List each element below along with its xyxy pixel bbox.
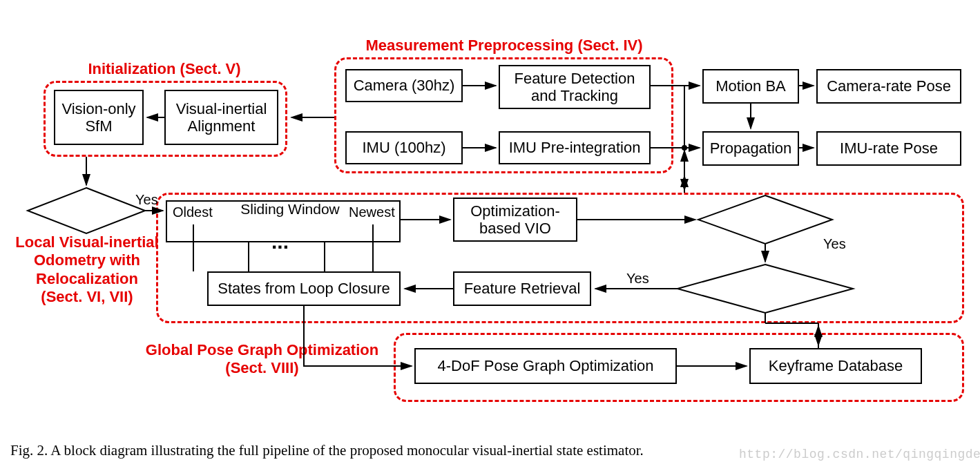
decision-keyframe-text: Keyframe? xyxy=(732,211,803,228)
block-alignment: Visual-inertial Alignment xyxy=(164,90,278,145)
block-posegraph: 4-DoF Pose Graph Optimization xyxy=(414,348,677,384)
sliding-oldest: Oldest xyxy=(173,204,213,220)
block-motion-ba: Motion BA xyxy=(702,69,799,104)
label-localvio: Local Visual-inertial Odometry with Relo… xyxy=(8,233,166,307)
label-yes-keyframe: Yes xyxy=(823,236,846,252)
label-preprocessing: Measurement Preprocessing (Sect. IV) xyxy=(349,37,660,55)
block-optvio: Optimization- based VIO xyxy=(453,198,577,242)
block-imu-pose: IMU-rate Pose xyxy=(816,131,961,166)
sliding-newest: Newest xyxy=(349,204,395,220)
block-propagation: Propagation xyxy=(702,131,799,166)
sliding-dots: ... xyxy=(271,230,289,253)
figure-caption: Fig. 2. A block diagram illustrating the… xyxy=(10,442,644,459)
block-states-loop: States from Loop Closure xyxy=(207,271,401,306)
block-sfm: Vision-only SfM xyxy=(54,90,144,145)
decision-initialized-text: Initialized? xyxy=(50,204,118,220)
label-yes-loopdet: Yes xyxy=(626,271,649,287)
block-kf-db: Keyframe Database xyxy=(749,348,922,384)
svg-point-12 xyxy=(682,145,687,151)
block-camera-pose: Camera-rate Pose xyxy=(816,69,961,104)
decision-loopdet-text: Loop Detected? xyxy=(713,281,815,298)
block-feat-track: Feature Detection and Tracking xyxy=(499,65,651,109)
block-preint: IMU Pre-integration xyxy=(499,131,651,164)
block-camera: Camera (30hz) xyxy=(345,69,463,102)
label-yes-initialized: Yes xyxy=(135,192,158,208)
block-feat-retrieval: Feature Retrieval xyxy=(453,271,591,306)
watermark: http://blog.csdn.net/qingqingdeaini xyxy=(739,448,980,461)
sliding-title: Sliding Window xyxy=(235,201,345,218)
label-global: Global Pose Graph Optimization (Sect. VI… xyxy=(143,341,381,378)
label-initialization: Initialization (Sect. V) xyxy=(75,60,254,78)
diagram-canvas: Initialization (Sect. V) Measurement Pre… xyxy=(0,0,980,471)
block-imu: IMU (100hz) xyxy=(345,131,463,164)
